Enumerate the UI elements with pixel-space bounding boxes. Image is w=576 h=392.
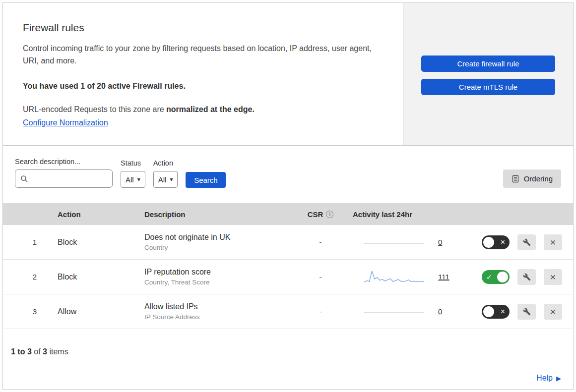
activity-sparkline [363,268,425,286]
rule-activity-cell: 0 [345,233,464,251]
rule-enabled-toggle[interactable]: × [482,305,510,319]
pagination-items: items [49,347,68,356]
wrench-icon [523,273,531,281]
rule-description-cell: IP reputation score Country, Threat Scor… [134,268,296,286]
close-icon: × [550,272,556,282]
help-bar: Help ▶ [3,367,573,389]
search-input[interactable] [28,174,107,183]
rule-number: 1 [3,238,48,246]
header-section: Firewall rules Control incoming traffic … [3,3,573,146]
toggle-state-icon: × [501,308,505,316]
rule-enabled-toggle[interactable]: ✓ [482,270,510,284]
action-dropdown-value: All [158,175,167,184]
rule-action: Block [48,238,134,247]
search-button[interactable]: Search [186,172,226,188]
rule-csr: - [296,238,345,246]
rule-controls: × × [464,234,573,250]
firewall-rules-page: Firewall rules Control incoming traffic … [2,2,574,390]
rule-description: IP reputation score [144,268,296,277]
toggle-knob [497,272,508,282]
info-icon[interactable]: i [326,211,333,218]
edit-rule-button[interactable] [517,234,536,250]
rule-description: Does not originate in UK [144,233,296,242]
configure-normalization-link[interactable]: Configure Normalization [23,118,108,127]
chevron-down-icon: ▾ [170,176,173,183]
chevron-down-icon: ▾ [137,176,140,183]
table-row: 2 Block IP reputation score Country, Thr… [3,260,573,294]
ordering-button[interactable]: Ordering [503,169,561,188]
activity-count-link[interactable]: 111 [438,273,449,281]
help-link-label: Help [536,374,553,383]
delete-rule-button[interactable]: × [544,234,562,250]
pagination-total: 3 [43,347,47,356]
rule-activity-cell: 111 [345,268,464,286]
action-dropdown[interactable]: All ▾ [153,171,178,188]
action-label: Action [153,159,178,167]
activity-count-link[interactable]: 0 [438,238,442,246]
pagination-summary: 1 to 3 of 3 items [3,329,573,367]
rule-criteria: Country [144,244,296,251]
close-icon: × [550,306,556,317]
help-arrow-icon: ▶ [556,375,561,382]
search-group: Search description... [15,158,113,188]
status-dropdown-value: All [126,175,134,184]
toggle-knob [483,237,494,248]
status-filter-group: Status All ▾ [121,159,145,188]
search-box[interactable] [15,169,113,188]
status-dropdown[interactable]: All ▾ [121,171,145,188]
action-filter-group: Action All ▾ [153,159,178,188]
wrench-icon [523,238,531,246]
normalization-text: URL-encoded Requests to this zone are [23,105,166,113]
pagination-range: 1 to 3 [11,347,32,356]
csr-column-header: CSR i [308,210,334,219]
table-row: 1 Block Does not originate in UK Country… [3,225,573,260]
filter-bar: Search description... Status All ▾ Actio… [3,146,573,203]
rule-enabled-toggle[interactable]: × [482,235,510,249]
ordering-button-label: Ordering [524,174,553,183]
search-label: Search description... [15,158,113,166]
rule-activity-cell: 0 [345,303,464,321]
help-link[interactable]: Help ▶ [536,374,561,383]
rule-csr: - [296,273,345,281]
close-icon: × [550,237,556,247]
rule-number: 3 [3,307,48,316]
delete-rule-button[interactable]: × [544,269,562,285]
normalization-note: URL-encoded Requests to this zone are no… [23,105,383,114]
header-text-panel: Firewall rules Control incoming traffic … [3,3,403,145]
rule-criteria: Country, Threat Score [144,279,296,286]
pagination-of: of [34,347,40,356]
activity-count-link[interactable]: 0 [438,307,442,316]
wrench-icon [523,308,531,316]
actions-panel: Create firewall rule Create mTLS rule [403,3,573,145]
rule-description: Allow listed IPs [144,302,296,311]
page-title: Firewall rules [23,22,383,34]
create-firewall-rule-button[interactable]: Create firewall rule [421,56,555,72]
rule-csr: - [296,307,345,316]
edit-rule-button[interactable] [517,304,536,320]
description-column-header: Description [134,210,296,219]
rule-action: Block [48,273,134,281]
normalization-bold-text: normalized at the edge. [166,105,255,113]
rule-description-cell: Does not originate in UK Country [134,233,296,251]
ordering-icon [512,175,519,183]
usage-summary: You have used 1 of 20 active Firewall ru… [23,82,383,91]
delete-rule-button[interactable]: × [544,304,562,320]
rule-controls: ✓ × [464,269,573,285]
rule-criteria: IP Source Address [144,313,296,321]
activity-sparkline [363,233,425,251]
create-mtls-rule-button[interactable]: Create mTLS rule [421,79,555,95]
activity-sparkline [363,303,425,321]
rule-action: Allow [48,307,134,316]
toggle-state-icon: ✓ [486,274,492,280]
rule-number: 2 [3,273,48,281]
edit-rule-button[interactable] [517,269,536,285]
toggle-knob [483,306,494,317]
search-icon [20,175,28,183]
table-row: 3 Allow Allow listed IPs IP Source Addre… [3,294,573,329]
activity-column-header: Activity last 24hr [345,210,464,219]
rule-description-cell: Allow listed IPs IP Source Address [134,302,296,321]
table-header: Action Description CSR i Activity last 2… [3,203,573,225]
action-column-header: Action [48,210,134,219]
csr-header-label: CSR [308,210,323,219]
rule-controls: × × [464,304,573,320]
